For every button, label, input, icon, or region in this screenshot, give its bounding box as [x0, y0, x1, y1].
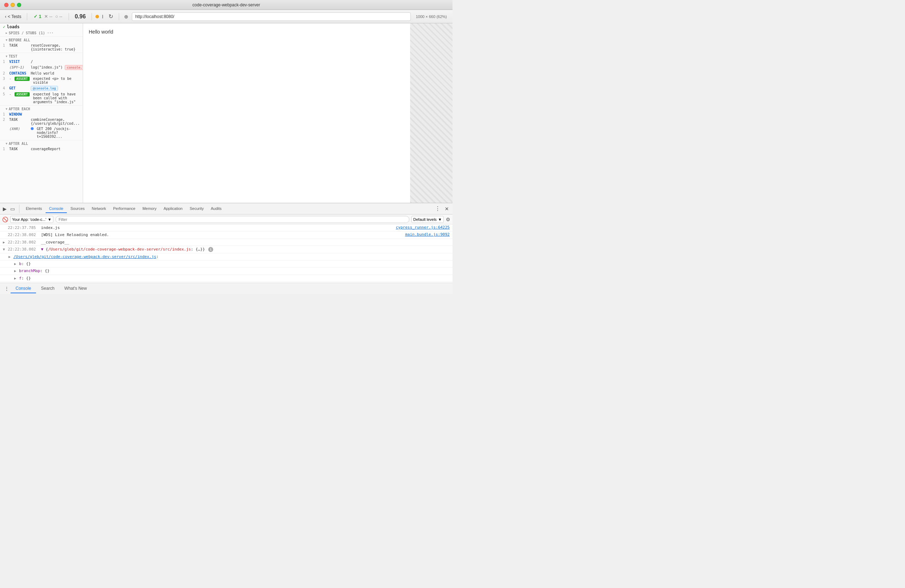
- console-filter-input[interactable]: [56, 216, 410, 223]
- test-row-contains: 2 CONTAINS Hello world: [0, 71, 83, 76]
- reload-button[interactable]: ↻: [106, 13, 115, 21]
- tab-console[interactable]: Console: [46, 204, 67, 213]
- expand-branchmap-toggle[interactable]: ▶: [14, 268, 19, 273]
- pass-count: ✓ 1: [33, 14, 41, 19]
- collapse-toggle-3[interactable]: ▶: [3, 239, 8, 244]
- browser-toolbar: ‹ < Tests ✓ 1 ✕ -- ○ -- 0.96 I ↻ ⊕ http:…: [0, 10, 452, 23]
- tab-memory[interactable]: Memory: [139, 204, 160, 213]
- nav-compass-icon[interactable]: ⊕: [123, 13, 130, 20]
- test-panel: ✓ loads ▶ SPIES / STUBS (1) ··· ▼ BEFORE…: [0, 23, 83, 203]
- after-all-row-1: 1 TASK coverageReport: [0, 146, 83, 152]
- divider: [0, 140, 83, 140]
- log-time-1: 22:22:37.785: [8, 225, 36, 230]
- url-bar[interactable]: http://localhost:8080/: [132, 13, 411, 21]
- maximize-button[interactable]: [17, 3, 21, 7]
- bottom-tab-search[interactable]: Search: [36, 284, 59, 293]
- console-log-row-1: 22:22:37.785 index.js cypress_runner.js:…: [0, 224, 452, 231]
- assert-badge: ASSERT: [14, 77, 30, 81]
- tree-b: ▶ b: {}: [0, 260, 452, 268]
- browser-viewport: Hello world: [83, 23, 452, 203]
- divider: [0, 105, 83, 106]
- skip-count: ○ --: [55, 14, 62, 19]
- status-dot: [95, 15, 99, 18]
- devtools-close-icon[interactable]: ✕: [443, 204, 451, 213]
- bottom-tab-console[interactable]: Console: [11, 284, 36, 293]
- cursor-icon: I: [101, 14, 105, 19]
- test-row-visit: 1 VISIT /: [0, 59, 83, 64]
- console-settings-icon[interactable]: ⚙: [446, 217, 450, 222]
- bottom-tab-whats-new[interactable]: What's New: [59, 284, 92, 293]
- after-each-row-task: 2 TASK combineCoverage, {/users/gleb/git…: [0, 117, 83, 126]
- viewport-content: Hello world: [83, 23, 452, 40]
- back-to-tests-button[interactable]: ‹ < Tests: [3, 13, 23, 20]
- before-all-row-1: 1 TASK resetCoverage, {isinteractive: tr…: [0, 43, 83, 52]
- log-time-2: 22:22:38.002: [8, 233, 36, 237]
- tree-branchmap: ▶ branchMap: {}: [0, 268, 452, 274]
- test-row-assert-5: 5 - ASSERT expected log to have been cal…: [0, 92, 83, 105]
- devtools-tabs: ▶ ▭ Elements Console Sources Network Per…: [0, 203, 452, 214]
- expand-toggle-4[interactable]: ▼: [3, 247, 8, 251]
- devtools-icon-buttons: ▶ ▭: [2, 204, 19, 213]
- xhr-dot-icon: [31, 127, 33, 130]
- close-button[interactable]: [4, 3, 8, 7]
- console-log-ref-badge: @console.log: [31, 86, 58, 91]
- tree-f: ▶ f: {}: [0, 275, 452, 282]
- log-time-4: 22:22:38.002: [8, 247, 36, 252]
- arrow-icon: ▼: [6, 108, 8, 111]
- expand-f-toggle[interactable]: ▶: [14, 276, 19, 280]
- tree-root-path: ▶ /Users/gleb/git/code-coverage-webpack-…: [0, 254, 452, 260]
- log-time-3: 22:22:38.002: [8, 240, 36, 244]
- suite-check-icon: ✓: [3, 24, 5, 29]
- source-context-select[interactable]: Your App: 'code-c...' ▼: [10, 216, 53, 223]
- title-bar: code-coverage-webpack-dev-server: [0, 0, 452, 10]
- test-section: ▼ TEST: [0, 54, 83, 59]
- assert-badge-2: ASSERT: [14, 92, 30, 97]
- toolbar-separator-4: [119, 13, 119, 20]
- tab-application[interactable]: Application: [160, 204, 186, 213]
- log-level-select[interactable]: Default levels ▼: [411, 216, 444, 223]
- suite-name: loads: [7, 24, 19, 29]
- tab-sources[interactable]: Sources: [67, 204, 88, 213]
- devtools-bottom-bar: ⋮ Console Search What's New: [0, 283, 452, 294]
- expand-root-toggle[interactable]: ▶: [8, 254, 13, 259]
- spies-stubs-section: ▶ SPIES / STUBS (1) ···: [0, 30, 83, 36]
- arrow-icon: ▶: [6, 32, 8, 35]
- log-source-1[interactable]: cypress_runner.js:64225: [393, 225, 450, 230]
- console-toolbar: 🚫 Your App: 'code-c...' ▼ Default levels…: [0, 214, 452, 224]
- console-log-row-4: ▼ 22:22:38.002 ▼ {/Users/gleb/git/code-c…: [0, 246, 452, 253]
- toolbar-separator-2: [68, 13, 69, 20]
- main-content: ✓ loads ▶ SPIES / STUBS (1) ··· ▼ BEFORE…: [0, 23, 452, 203]
- window-controls: [4, 3, 21, 7]
- suite-header: ✓ loads: [0, 23, 83, 30]
- tab-network[interactable]: Network: [88, 204, 110, 213]
- arrow-icon: ▼: [6, 142, 8, 145]
- console-output: 22:22:37.785 index.js cypress_runner.js:…: [0, 224, 452, 283]
- inspect-icon[interactable]: ▶: [2, 204, 8, 213]
- console-log-badge: console.log: [65, 65, 83, 70]
- devtools-menu-icon[interactable]: ⋮: [433, 204, 443, 214]
- expand-b-toggle[interactable]: ▶: [14, 261, 19, 266]
- minimize-button[interactable]: [11, 3, 15, 7]
- console-log-row-2: 22:22:38.002 [WDS] Live Reloading enable…: [0, 231, 452, 239]
- after-all-section: ▼ AFTER ALL: [0, 141, 83, 146]
- info-icon[interactable]: i: [208, 247, 213, 252]
- before-all-section: ▼ BEFORE ALL: [0, 38, 83, 43]
- tab-performance[interactable]: Performance: [110, 204, 139, 213]
- devtools-panel: ▶ ▭ Elements Console Sources Network Per…: [0, 203, 452, 294]
- device-icon[interactable]: ▭: [9, 204, 16, 213]
- divider: [0, 36, 83, 37]
- toolbar-separator-3: [92, 13, 92, 20]
- tab-security[interactable]: Security: [186, 204, 207, 213]
- test-row-spy: (SPY-1) log("index.js") console.log: [0, 64, 83, 71]
- hello-world-text: Hello world: [89, 29, 113, 35]
- test-status: ✓ 1 ✕ -- ○ --: [31, 13, 65, 20]
- after-each-section: ▼ AFTER EACH: [0, 106, 83, 112]
- window-title: code-coverage-webpack-dev-server: [192, 3, 260, 8]
- tab-audits[interactable]: Audits: [207, 204, 225, 213]
- tab-elements[interactable]: Elements: [22, 204, 46, 213]
- clear-console-icon[interactable]: 🚫: [2, 217, 8, 222]
- score-display: 0.96: [73, 13, 88, 20]
- log-source-2[interactable]: main.bundle.js:9092: [402, 232, 450, 237]
- after-each-row-window: 1 WINDOW: [0, 112, 83, 117]
- bottom-bar-menu-icon[interactable]: ⋮: [3, 284, 11, 293]
